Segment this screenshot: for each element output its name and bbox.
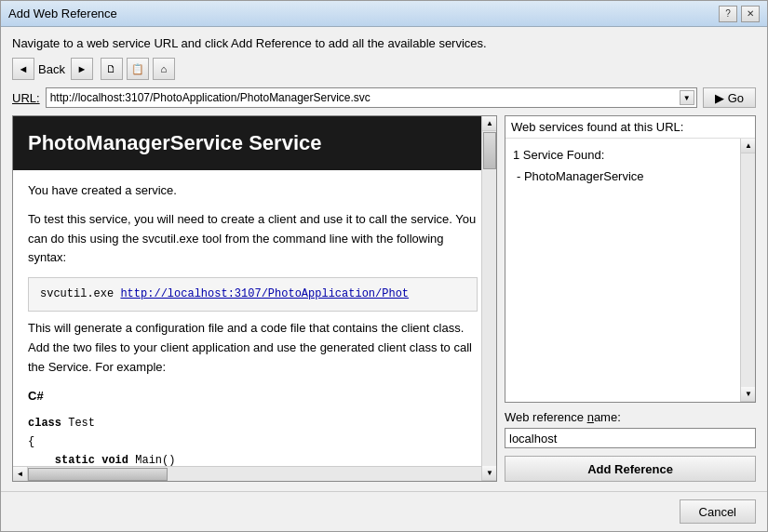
service-found-count: 1 Service Found: [513, 144, 733, 166]
ref-name-label: Web reference name: [505, 410, 756, 424]
services-scroll-track [741, 153, 755, 387]
ref-name-underline: n [587, 410, 594, 424]
url-label-text: URL: [12, 91, 40, 105]
service-para2: To test this service, you will need to c… [28, 210, 478, 268]
url-row: URL: ▼ ▶ Go [12, 87, 756, 108]
service-para1: You have created a service. [28, 181, 478, 201]
service-content-panel: PhotoManagerService Service You have cre… [12, 115, 497, 482]
paste-button[interactable]: 📋 [127, 58, 149, 80]
hscroll-left-button[interactable]: ◄ [13, 467, 28, 482]
dialog-title: Add Web Reference [8, 7, 117, 20]
forward-button[interactable]: ► [71, 58, 93, 80]
services-header: Web services found at this URL: [505, 116, 755, 139]
code-section: C# class Test { static void Main() { Pho… [28, 387, 478, 466]
right-panel: Web services found at this URL: 1 Servic… [505, 115, 756, 482]
service-heading: PhotoManagerService Service [13, 116, 496, 170]
services-list-area: 1 Service Found: - PhotoManagerService ▲… [505, 139, 755, 402]
command-exe: svcutil.exe [40, 287, 120, 300]
paste-icon: 📋 [131, 63, 144, 75]
instruction-text: Navigate to a web service URL and click … [12, 36, 756, 50]
back-label: Back [38, 62, 65, 76]
scroll-thumb[interactable] [483, 132, 496, 169]
code-line-1: class Test [28, 414, 478, 432]
service-item[interactable]: - PhotoManagerService [513, 166, 733, 187]
service-para3: This will generate a configuration file … [28, 319, 478, 377]
ref-name-section: Web reference name: [505, 410, 756, 448]
title-bar: Add Web Reference ? ✕ [1, 1, 767, 27]
help-button[interactable]: ? [719, 6, 737, 22]
services-scroll-up[interactable]: ▲ [741, 139, 755, 153]
url-input[interactable] [50, 91, 674, 104]
bottom-scrollbar[interactable]: ◄ ► [13, 466, 496, 481]
copy-icon: 🗋 [106, 63, 116, 74]
url-label: URL: [12, 91, 40, 105]
hscroll-track [28, 467, 481, 482]
code-language-label: C# [28, 387, 478, 406]
home-icon: ⌂ [161, 63, 168, 74]
services-scrollbar[interactable]: ▲ ▼ [740, 139, 755, 402]
home-button[interactable]: ⌂ [153, 58, 175, 80]
ref-name-input[interactable] [505, 428, 756, 448]
title-bar-buttons: ? ✕ [719, 6, 760, 22]
go-icon: ▶ [715, 91, 724, 105]
close-button[interactable]: ✕ [741, 6, 760, 22]
main-area: PhotoManagerService Service You have cre… [12, 115, 756, 482]
hscroll-thumb[interactable] [28, 468, 168, 481]
back-icon: ◄ [19, 63, 29, 74]
services-found-box: Web services found at this URL: 1 Servic… [505, 115, 756, 403]
code-line-2: { [28, 432, 478, 451]
copy-button[interactable]: 🗋 [101, 58, 123, 80]
command-box: svcutil.exe http://localhost:3107/PhotoA… [28, 277, 478, 312]
go-button[interactable]: ▶ Go [703, 87, 756, 108]
navigation-toolbar: ◄ Back ► 🗋 📋 ⌂ [12, 58, 756, 80]
window-footer: Cancel [1, 491, 767, 531]
url-combobox[interactable]: ▼ [46, 87, 697, 108]
scroll-up-button[interactable]: ▲ [482, 116, 497, 131]
code-line-3: static void Main() [28, 451, 478, 466]
services-list: 1 Service Found: - PhotoManagerService [505, 139, 740, 402]
cancel-button[interactable]: Cancel [680, 499, 756, 524]
back-button[interactable]: ◄ [12, 58, 34, 80]
scroll-track [482, 131, 496, 466]
scroll-down-button[interactable]: ▼ [482, 466, 497, 481]
window-content: Navigate to a web service URL and click … [1, 27, 767, 491]
add-web-reference-dialog: Add Web Reference ? ✕ Navigate to a web … [0, 0, 768, 532]
url-dropdown-arrow[interactable]: ▼ [680, 90, 694, 105]
go-label: Go [728, 91, 744, 105]
forward-icon: ► [76, 63, 87, 74]
code-block: class Test { static void Main() { PhotoU… [28, 410, 478, 466]
command-url[interactable]: http://localhost:3107/PhotoApplication/P… [120, 287, 409, 300]
add-reference-button[interactable]: Add Reference [505, 456, 756, 482]
left-panel-scrollbar[interactable]: ▲ ▼ [481, 116, 496, 481]
service-body: You have created a service. To test this… [13, 170, 496, 466]
services-scroll-down[interactable]: ▼ [741, 387, 755, 402]
